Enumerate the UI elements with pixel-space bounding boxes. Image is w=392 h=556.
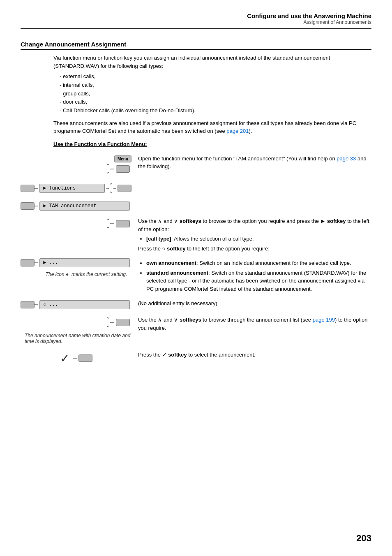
connector-5l [35, 262, 38, 263]
list-item-1: - external calls, [60, 72, 371, 81]
menu-button[interactable]: Menu [114, 155, 131, 162]
para2-link[interactable]: page 201 [226, 128, 249, 134]
instruction-block-8: ✓ Press the ✓ softkey to select the anno… [21, 350, 371, 367]
nav-updown-2[interactable]: ⌃ ⌄ [109, 183, 113, 195]
left-softkey-5[interactable] [21, 259, 35, 266]
block5-right: own announcement: Switch on an individua… [131, 257, 371, 294]
up-arrow-icon: ⌃ [106, 163, 110, 169]
up-arrow-icon-2: ⌃ [109, 183, 113, 188]
connector-1 [110, 169, 114, 169]
down-arrow-icon-4: ⌄ [106, 224, 110, 229]
screen-2: ► functions [39, 184, 105, 193]
block8-right: Press the ✓ softkey to select the announ… [131, 350, 371, 359]
right-softkey-2[interactable] [118, 185, 131, 192]
instruction-block-6: ○ ... (No additional entry is necessary) [21, 299, 371, 311]
section-title: Change Announcement Assignment [21, 41, 371, 50]
list-item-3: - group calls, [60, 90, 371, 98]
right-softkey-7[interactable] [116, 319, 130, 326]
intro-text: Via function menu or function key you ca… [53, 54, 371, 70]
up-arrow-icon-4: ⌃ [106, 218, 110, 224]
nav-updown-7[interactable]: ⌃ ⌄ [106, 317, 110, 329]
up-arrow-icon-7: ⌃ [106, 317, 110, 322]
right-softkey-4[interactable] [116, 220, 130, 227]
connector-8 [73, 358, 77, 359]
para2-post: ). [249, 128, 252, 134]
header-title: Configure and use the Answering Machine [21, 12, 371, 19]
connector-2r2 [113, 188, 116, 189]
screen-6-text: ○ ... [43, 302, 58, 308]
page: Configure and use the Answering Machine … [0, 0, 392, 556]
instruction-block-2: ► functions ⌃ ⌄ [21, 181, 371, 196]
para2-pre: These announcements are also used if a p… [53, 120, 356, 134]
instruction-block-1: Menu ⌃ ⌄ Open the function menu for the … [21, 154, 371, 177]
header-subtitle: Assignment of Announcements [21, 19, 371, 25]
softkeys-label-7: softkeys [180, 317, 201, 323]
screen-5: ► ... [39, 258, 130, 267]
block6-right: (No additional entry is necessary) [131, 299, 371, 308]
softkeys-label-4: softkeys [180, 218, 201, 224]
subsection-title: Use the Function via Function Menu: [53, 141, 371, 147]
block6-left: ○ ... [21, 299, 131, 311]
screen-2-text: ► functions [43, 185, 76, 191]
nav-updown-4[interactable]: ⌃ ⌄ [106, 218, 110, 230]
screen-5-text: ► ... [43, 260, 58, 266]
screen-3-text: ► TAM announcement [43, 203, 97, 209]
no-additional-note: (No additional entry is necessary) [138, 300, 217, 306]
right-softkey-8[interactable] [78, 354, 92, 362]
block7-right: Use the ∧ and ∨ softkeys to browse throu… [131, 315, 371, 332]
note-5: The icon ● marks the current setting. [25, 271, 127, 277]
page199-link[interactable]: page 199 [313, 317, 335, 323]
note-7: The announcement name with creation date… [21, 333, 131, 344]
instruction-block-5: ► ... The icon ● marks the current setti… [21, 257, 371, 294]
screen-3: ► TAM announcement [39, 202, 130, 211]
block4-right: Use the ∧ and ∨ softkeys to browse to th… [131, 216, 371, 253]
own-label: own announcement [146, 260, 196, 266]
connector-7 [110, 322, 114, 323]
screen-6: ○ ... [39, 300, 130, 309]
down-arrow-icon-7: ⌄ [106, 322, 110, 328]
bullet-own: own announcement: Switch on an individua… [146, 259, 371, 267]
connector-2l [35, 188, 38, 189]
block5-left: ► ... The icon ● marks the current setti… [21, 257, 131, 279]
instruction-block-7: ⌃ ⌄ The announcement name with creation … [21, 315, 371, 346]
main-content: Menu ⌃ ⌄ Open the function menu for the … [21, 154, 371, 371]
block5-bullets: own announcement: Switch on an individua… [138, 259, 371, 293]
instruction-block-4: ⌃ ⌄ Use the ∧ and ∨ softkeys to browse t… [21, 216, 371, 253]
left-softkey-3[interactable] [21, 202, 35, 210]
block1-left: Menu ⌃ ⌄ [21, 154, 131, 177]
checkmark-icon: ✓ [60, 352, 69, 365]
list-item-4: - door calls, [60, 98, 371, 107]
block8-left: ✓ [21, 350, 131, 367]
softkey-label-8: softkey [168, 352, 187, 358]
down-arrow-icon-2: ⌄ [109, 188, 113, 194]
standard-label: standard announcement [146, 270, 208, 276]
nav-updown-1[interactable]: ⌃ ⌄ [106, 163, 110, 175]
list-item-5: - Call Deblocker calls (calls overriding… [60, 107, 371, 115]
block1-right: Open the function menu for the function … [131, 154, 371, 171]
bullet-standard: standard announcement: Switch on the sta… [146, 269, 371, 293]
page33-link[interactable]: page 33 [337, 155, 356, 162]
connector-6l [35, 304, 38, 305]
block2-left: ► functions ⌃ ⌄ [21, 181, 131, 196]
block3-left: ► TAM announcement [21, 200, 131, 212]
list-item-2: - internal calls, [60, 81, 371, 90]
call-type-label: [call type] [146, 236, 171, 242]
left-softkey-2[interactable] [21, 185, 35, 192]
block4-bullets: [call type]: Allows the selection of a c… [138, 235, 371, 243]
softkey-label-4b: softkey [327, 218, 346, 224]
block4-left: ⌃ ⌄ [21, 216, 131, 232]
down-arrow-icon: ⌄ [106, 169, 110, 175]
page-number: 203 [356, 533, 371, 544]
block2-right [131, 181, 371, 182]
left-softkey-6[interactable] [21, 301, 35, 308]
right-softkey-1[interactable] [116, 165, 130, 173]
header: Configure and use the Answering Machine … [21, 12, 371, 29]
instruction-block-3: ► TAM announcement [21, 200, 371, 212]
connector-4 [110, 223, 114, 224]
connector-3l [35, 206, 38, 206]
block3-right [131, 200, 371, 201]
block7-left: ⌃ ⌄ The announcement name with creation … [21, 315, 131, 346]
bullet-call-type: [call type]: Allows the selection of a c… [146, 235, 371, 243]
para2: These announcements are also used if a p… [53, 119, 371, 135]
softkey-label-4c: softkey [167, 246, 186, 252]
